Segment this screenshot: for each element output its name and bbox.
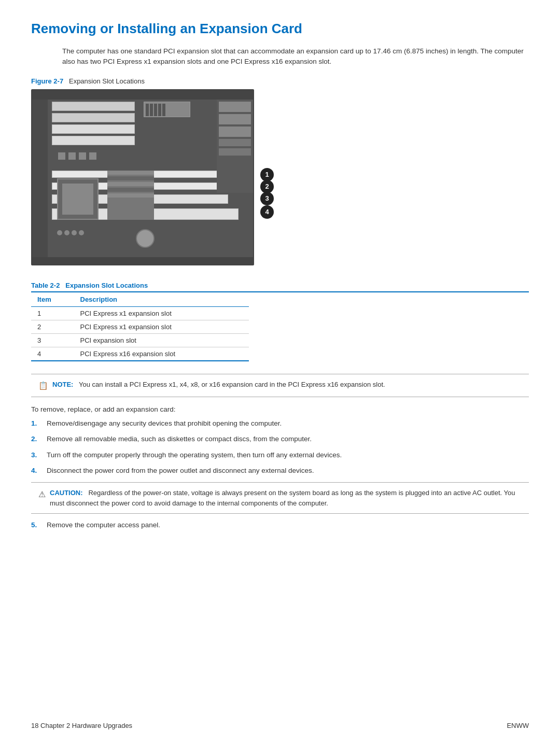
table-cell-description: PCI Express x1 expansion slot: [74, 306, 249, 320]
intro-paragraph: The computer has one standard PCI expans…: [62, 46, 529, 67]
note-box: 📋 NOTE: You can install a PCI Express x1…: [31, 374, 529, 398]
step-text: Turn off the computer properly through t…: [47, 450, 342, 460]
step-text: Remove/disengage any security devices th…: [47, 418, 282, 429]
caution-box: ⚠ CAUTION: Regardless of the power-on st…: [31, 482, 529, 514]
step-number: 1.: [31, 418, 41, 429]
expansion-slots-table: Item Description 1PCI Express x1 expansi…: [31, 292, 249, 361]
table-cell-item: 2: [31, 320, 74, 333]
note-icon: 📋: [38, 380, 48, 392]
step-5: 5. Remove the computer access panel.: [31, 520, 529, 530]
step-text: Disconnect the power cord from the power…: [47, 466, 314, 476]
figure-image: 1 2 3 4: [31, 89, 254, 265]
table-caption: Expansion Slot Locations: [65, 282, 148, 289]
footer-right: ENWW: [507, 722, 529, 729]
table-cell-description: PCI Express x1 expansion slot: [74, 320, 249, 333]
step-item: 3.Turn off the computer properly through…: [31, 450, 529, 460]
steps-list: 1.Remove/disengage any security devices …: [31, 418, 529, 476]
table-title: Table 2-2 Expansion Slot Locations: [31, 282, 529, 292]
caution-icon: ⚠: [38, 488, 46, 501]
table-row: 3PCI expansion slot: [31, 333, 249, 347]
figure-label: Figure 2-7: [31, 77, 63, 85]
table-row: 4PCI Express x16 expansion slot: [31, 347, 249, 361]
step-number: 2.: [31, 434, 41, 444]
footer-left: 18 Chapter 2 Hardware Upgrades: [31, 722, 132, 729]
figure-caption-text: Expansion Slot Locations: [69, 77, 145, 85]
motherboard-diagram: 1 2 3 4: [31, 89, 254, 265]
step-item: 4.Disconnect the power cord from the pow…: [31, 466, 529, 476]
steps-intro: To remove, replace, or add an expansion …: [31, 405, 529, 413]
page-footer: 18 Chapter 2 Hardware Upgrades ENWW: [31, 722, 529, 729]
col-header-description: Description: [74, 292, 249, 307]
callout-4: 4: [260, 205, 274, 219]
table-section: Table 2-2 Expansion Slot Locations Item …: [31, 282, 529, 361]
callout-3: 3: [260, 192, 274, 205]
table-cell-item: 1: [31, 306, 74, 320]
callout-1: 1: [260, 168, 274, 181]
table-row: 1PCI Express x1 expansion slot: [31, 306, 249, 320]
table-cell-item: 4: [31, 347, 74, 361]
callout-2: 2: [260, 180, 274, 193]
step-number: 3.: [31, 450, 41, 460]
step-number: 4.: [31, 466, 41, 476]
table-label: Table 2-2: [31, 282, 60, 289]
step-text: Remove all removable media, such as disk…: [47, 434, 312, 444]
table-cell-item: 3: [31, 333, 74, 347]
col-header-item: Item: [31, 292, 74, 307]
table-cell-description: PCI expansion slot: [74, 333, 249, 347]
step-item: 1.Remove/disengage any security devices …: [31, 418, 529, 429]
caution-text: CAUTION: Regardless of the power-on stat…: [50, 488, 522, 508]
page-title: Removing or Installing an Expansion Card: [31, 21, 529, 37]
step-item: 2.Remove all removable media, such as di…: [31, 434, 529, 444]
table-cell-description: PCI Express x16 expansion slot: [74, 347, 249, 361]
table-row: 2PCI Express x1 expansion slot: [31, 320, 249, 333]
note-text: NOTE: You can install a PCI Express x1, …: [52, 379, 385, 390]
